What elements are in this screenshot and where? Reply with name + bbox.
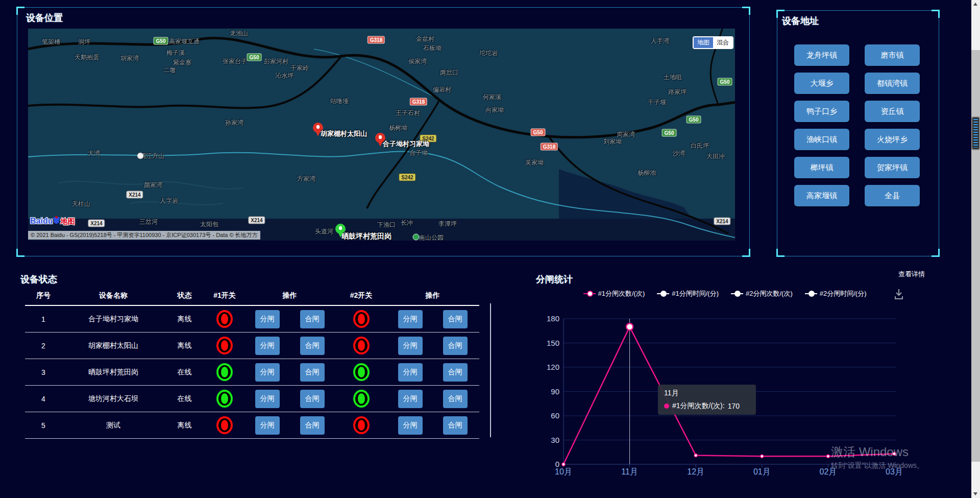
switch2-close-button[interactable]: 合闸 — [443, 337, 468, 355]
town-button[interactable]: 火烧坪乡 — [865, 129, 920, 150]
road-badge: G50 — [687, 116, 701, 124]
row-index: 3 — [41, 368, 45, 376]
road-badge: X214 — [88, 220, 105, 227]
map-place-label: 太阳包 — [200, 220, 218, 229]
legend-item[interactable]: #2分闸次数/(次) — [731, 289, 793, 298]
baidu-map[interactable]: 龙池山笔架槽洞坪天鹅抱蛋胡家湾高家堰互通梅子溪紫金寨二墩沁水坪张家台子彭家河村千… — [28, 29, 735, 241]
switch1-indicator — [216, 363, 233, 381]
map-type-toggle: 地图 混合 — [693, 36, 733, 49]
switch2-close-button[interactable]: 合闸 — [443, 390, 468, 408]
x-axis-tick-label: 12月 — [687, 467, 704, 478]
switch2-close-button[interactable]: 合闸 — [443, 416, 468, 435]
save-as-image-icon[interactable] — [894, 289, 903, 302]
map-type-map-button[interactable]: 地图 — [694, 37, 713, 48]
table-scrollbar[interactable] — [490, 303, 491, 437]
road-badge: G318 — [541, 143, 558, 151]
device-address-title: 设备地址 — [782, 15, 819, 27]
switch2-open-button[interactable]: 分闸 — [398, 363, 423, 382]
switch1-close-button[interactable]: 合闸 — [300, 337, 325, 355]
legend-item[interactable]: #2分闸时间/(分) — [805, 289, 867, 298]
device-status: 在线 — [178, 394, 192, 404]
corner-decoration — [742, 7, 750, 15]
switch2-close-button[interactable]: 合闸 — [443, 363, 468, 382]
baidu-logo-map-text: 地图 — [60, 217, 75, 225]
switch1-open-button[interactable]: 分闸 — [255, 416, 280, 435]
map-place-label: 金盆村 — [416, 35, 434, 43]
road-badge: G50 — [718, 78, 732, 86]
switch2-close-button[interactable]: 合闸 — [443, 310, 468, 328]
view-details-link[interactable]: 查看详情 — [898, 270, 925, 279]
device-marker-label: 合子坳村习家坳 — [383, 139, 429, 149]
map-place-label: 大田冲 — [706, 152, 725, 161]
map-place-label: 杨柳池 — [638, 169, 656, 177]
town-button[interactable]: 贺家坪镇 — [865, 157, 920, 178]
device-marker-pin[interactable]: 晒鼓坪村荒田岗 — [335, 224, 346, 238]
switch2-open-button[interactable]: 分闸 — [398, 337, 423, 355]
switch1-close-button[interactable]: 合闸 — [300, 310, 325, 328]
park-poi-icon — [413, 234, 420, 241]
town-button[interactable]: 渔峡口镇 — [794, 129, 849, 150]
switch1-open-button[interactable]: 分闸 — [255, 337, 280, 355]
x-axis-tick-label: 11月 — [621, 467, 638, 478]
switch1-operations: 分闸 合闸 — [255, 390, 325, 408]
switch2-indicator — [353, 363, 370, 381]
switch1-operations: 分闸 合闸 — [255, 337, 325, 355]
windows-activation-watermark: 激活 Windows — [831, 444, 909, 460]
map-place-label: 人手湾 — [651, 37, 669, 45]
scrollbar-thumb[interactable] — [971, 50, 980, 462]
corner-decoration — [16, 249, 24, 257]
map-type-hybrid-button[interactable]: 混合 — [713, 37, 732, 48]
map-place-label: 李潭坪 — [438, 220, 457, 228]
legend-item[interactable]: #1分闸次数/(次) — [583, 289, 645, 298]
y-axis-tick-label: 180 — [547, 314, 559, 323]
switch1-close-button[interactable]: 合闸 — [300, 390, 325, 408]
y-axis-tick-label: 0 — [555, 460, 559, 468]
switch2-open-button[interactable]: 分闸 — [398, 310, 423, 328]
map-place-label: 孙家湾 — [225, 118, 243, 127]
legend-item[interactable]: #1分闸时间/(分) — [657, 289, 719, 298]
legend-label: #1分闸时间/(分) — [672, 289, 719, 298]
town-button[interactable]: 龙舟坪镇 — [794, 44, 849, 66]
baidu-logo-text: du — [43, 217, 53, 225]
switch1-open-button[interactable]: 分闸 — [255, 363, 280, 382]
scroll-helper-widget[interactable] — [971, 116, 980, 150]
y-axis-tick-label: 150 — [547, 339, 559, 347]
switch2-open-button[interactable]: 分闸 — [398, 390, 423, 408]
stats-title: 分闸统计 — [536, 273, 573, 286]
town-button[interactable]: 鸭子口乡 — [794, 101, 849, 122]
device-marker-label: 晒鼓坪村荒田岗 — [341, 232, 391, 241]
legend-label: #1分闸次数/(次) — [598, 289, 645, 298]
baidu-logo: Baidu地图 — [30, 217, 75, 226]
town-button[interactable]: 都镇湾镇 — [865, 73, 920, 94]
switch2-open-button[interactable]: 分闸 — [398, 416, 423, 435]
switch1-close-button[interactable]: 合闸 — [300, 363, 325, 382]
page-scrollbar[interactable] — [971, 0, 980, 498]
y-axis-tick-label: 30 — [551, 436, 559, 444]
town-button[interactable]: 全县 — [865, 185, 920, 206]
switch1-close-button[interactable]: 合闸 — [300, 416, 325, 435]
switch1-indicator — [216, 390, 233, 408]
scroll-up-arrow-icon[interactable] — [973, 3, 977, 6]
device-marker-pin[interactable]: 合子坳村习家坳 — [375, 133, 385, 147]
scroll-down-arrow-icon[interactable] — [973, 492, 977, 495]
map-place-label: 何家溪 — [483, 93, 501, 102]
switch2-operations: 分闸 合闸 — [398, 416, 468, 435]
corner-decoration — [932, 10, 940, 18]
row-index: 2 — [41, 342, 45, 350]
town-button[interactable]: 榔坪镇 — [794, 157, 849, 178]
switch1-indicator — [216, 310, 233, 328]
tooltip-series-label: #1分闸次数/(次): — [672, 401, 725, 411]
switch1-open-button[interactable]: 分闸 — [255, 390, 280, 408]
switch2-operations: 分闸 合闸 — [398, 337, 468, 355]
table-row: 5 测试 离线 分闸 合闸 分闸 合闸 — [25, 412, 479, 439]
town-button[interactable]: 大堰乡 — [794, 73, 849, 94]
col-header-op2: 操作 — [426, 291, 440, 300]
map-place-label: 咕噜垭 — [330, 97, 349, 106]
town-button[interactable]: 磨市镇 — [865, 44, 920, 66]
town-button[interactable]: 高家堰镇 — [794, 185, 849, 206]
switch1-open-button[interactable]: 分闸 — [255, 310, 280, 328]
town-button[interactable]: 资丘镇 — [865, 101, 920, 122]
chart-legend: #1分闸次数/(次) #1分闸时间/(分) #2分闸次数/(次) #2分闸时间/… — [582, 289, 868, 298]
table-header-row: 序号 设备名称 状态 #1开关 操作 #2开关 操作 — [25, 286, 479, 306]
device-marker-pin[interactable]: 胡家棚村太阳山 — [313, 123, 323, 137]
